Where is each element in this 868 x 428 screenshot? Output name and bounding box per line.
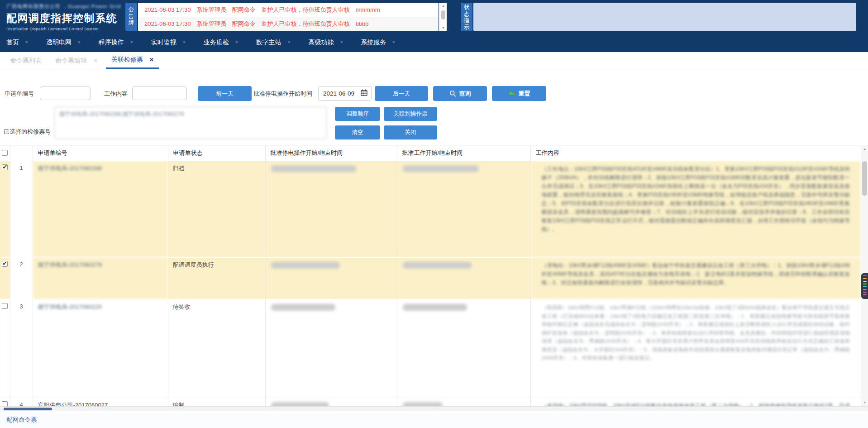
ticket-status: 待签收: [168, 299, 265, 398]
announcement-board-tab[interactable]: 公告牌: [125, 3, 137, 31]
approved-outage-start-label: 批准停电操作开始时间: [253, 90, 312, 98]
nav-item-digital-station[interactable]: 数字主站 ▼: [256, 38, 291, 47]
work-content-blurred: （变电站：10kV西乡塘F12线#06杆至#09杆）配合南宁市轨道交通建设迁改工…: [530, 257, 861, 299]
outage-time-blurred: [265, 299, 397, 398]
top-header: 广西电网有限责任公司 ，Guangxi Power Grid 配网调度指挥控制系…: [0, 0, 868, 33]
scroll-up-icon[interactable]: ▲: [861, 147, 868, 150]
app-title: 配网调度指挥控制系统: [6, 11, 121, 25]
chevron-down-icon: ▼: [391, 40, 396, 44]
ticket-status: 编制: [168, 398, 265, 406]
distribution-command-ticket-link[interactable]: 配网命令票: [6, 411, 37, 428]
scroll-down-icon[interactable]: ▼: [439, 26, 447, 29]
table-row[interactable]: 2 南宁供电局-2017060276 配调调度员执行 （变电站：10kV西乡塘F…: [0, 257, 861, 299]
table-row[interactable]: 4 宾阳供电公司-2017060027 编制 （多回路）10kV芦圩F05线、1…: [0, 398, 861, 406]
apply-no-input[interactable]: [40, 87, 91, 100]
status-indicator-panel: [473, 3, 856, 31]
brand-block: 广西电网有限责任公司 ，Guangxi Power Grid 配网调度指挥控制系…: [6, 3, 121, 31]
table-horizontal-scrollbar[interactable]: [0, 406, 868, 411]
nav-item-system-services[interactable]: 系统服务 ▼: [361, 38, 396, 47]
close-icon[interactable]: ✕: [149, 57, 154, 63]
row-checkbox[interactable]: [2, 401, 8, 407]
main-navbar: 首页 ▼ 透明电网 ▼ 程序操作 ▼ 实时监视 ▼ 业务质检 ▼ 数字主站 ▼: [0, 33, 868, 52]
chevron-down-icon: ▼: [286, 40, 291, 44]
date-value: 2021-06-09: [323, 90, 361, 97]
work-content-input[interactable]: [132, 87, 187, 100]
document-tabs: 命令票列表 命令票编辑 ✕ 关联检修票 ✕: [0, 52, 868, 69]
close-button[interactable]: 关闭: [384, 125, 437, 139]
maintenance-ticket-table: 申请单编号 申请单状态 批准停电操作开始/结束时间 批准工作开始/结束时间 工作…: [0, 145, 861, 406]
date-picker[interactable]: 2021-06-09: [318, 86, 372, 101]
row-number: 1: [10, 161, 33, 257]
chevron-down-icon: ▼: [339, 40, 343, 44]
selected-tickets-label: 已选择的检修票号: [4, 128, 51, 136]
row-checkbox[interactable]: [2, 261, 8, 267]
selected-tickets-textarea[interactable]: 南宁供电局-2017060288;南宁供电局-2017060276: [54, 106, 327, 139]
filter-panel: 申请单编号 工作内容 前一天 批准停电操作开始时间 2021-06-09: [0, 69, 868, 145]
work-content-blurred: （双回路）10kV明秀F12线、10kV秀厢F22线（220kV明秀站10kV出…: [530, 299, 861, 398]
announcement-item[interactable]: 2021-06-03 17:30 系统管理员 配网命令 监护人已审核，待值班负责…: [138, 3, 439, 17]
chevron-down-icon: ▼: [77, 40, 81, 44]
outage-time-blurred: [265, 398, 397, 406]
row-number: 3: [10, 299, 33, 398]
row-number: 2: [10, 257, 33, 299]
row-checkbox[interactable]: [2, 303, 8, 309]
work-content-blurred: （工作地点：10kV江西F03线F03支线#01杆至#46杆及沿线各配变台区）1…: [530, 161, 861, 257]
announcement-item[interactable]: 2021-06-03 17:30 系统管理员 配网命令 监护人已审核，待值班负责…: [138, 17, 439, 31]
nav-item-home[interactable]: 首页 ▼: [6, 38, 29, 47]
scrollbar-thumb[interactable]: [4, 408, 52, 410]
chevron-down-icon: ▼: [24, 40, 29, 44]
nav-item-quality-check[interactable]: 业务质检 ▼: [204, 38, 238, 47]
status-indicator-tab[interactable]: 状态指示: [461, 3, 472, 31]
outage-time-blurred: [265, 161, 397, 257]
bottom-taskbar: 配网命令票: [0, 411, 868, 428]
scrollbar-thumb[interactable]: [441, 10, 445, 19]
clear-button[interactable]: 清空: [335, 125, 380, 139]
ticket-status: 归档: [168, 161, 265, 257]
nav-item-transparent-grid[interactable]: 透明电网 ▼: [46, 38, 81, 47]
ticket-status: 配调调度员执行: [168, 257, 265, 299]
nav-item-realtime-monitor[interactable]: 实时监视 ▼: [151, 38, 186, 47]
select-all-checkbox[interactable]: [2, 150, 8, 156]
col-header-apply-status: 申请单状态: [168, 145, 265, 161]
ticket-number: 宾阳供电公司-2017060027: [33, 398, 168, 406]
work-time-blurred: [397, 161, 530, 257]
announcement-scrollbar[interactable]: ▲ ▼: [439, 3, 447, 31]
calendar-icon: [361, 89, 367, 98]
chevron-down-icon: ▼: [182, 40, 186, 44]
close-icon[interactable]: ✕: [93, 58, 98, 64]
outage-time-blurred: [265, 257, 397, 299]
scroll-down-icon[interactable]: ▼: [861, 401, 868, 404]
floating-toolbox-handle[interactable]: [861, 273, 868, 299]
prev-day-button[interactable]: 前一天: [198, 86, 252, 101]
col-header-work-time: 批准工作开始/结束时间: [397, 145, 530, 161]
search-icon: [449, 90, 456, 97]
announcement-panel: 2021-06-03 17:30 系统管理员 配网命令 监护人已审核，待值班负责…: [138, 3, 439, 31]
table-header-row: 申请单编号 申请单状态 批准停电操作开始/结束时间 批准工作开始/结束时间 工作…: [0, 145, 861, 161]
link-to-operation-ticket-button[interactable]: 关联到操作票: [384, 107, 437, 121]
tab-command-ticket-list[interactable]: 命令票列表: [5, 52, 47, 69]
query-button[interactable]: 查询: [433, 86, 487, 101]
ticket-number-blurred: 南宁供电局-2017060288: [33, 161, 168, 257]
next-day-button[interactable]: 后一天: [375, 86, 428, 101]
chevron-down-icon: ▼: [129, 40, 134, 44]
table-row[interactable]: 1 南宁供电局-2017060288 归档 （工作地点：10kV江西F03线F0…: [0, 161, 861, 257]
announcement-text: 2021-06-03 17:30 系统管理员 配网命令 监护人已审核，待值班负责…: [144, 6, 380, 13]
reset-arrow-icon: [508, 91, 515, 97]
scroll-up-icon[interactable]: ▲: [439, 4, 447, 7]
table-row[interactable]: 3 南宁供电局-2017060220 待签收 （双回路）10kV明秀F12线、1…: [0, 299, 861, 398]
app-window: 广西电网有限责任公司 ，Guangxi Power Grid 配网调度指挥控制系…: [0, 0, 868, 428]
reset-button[interactable]: 重置: [492, 86, 546, 101]
scrollbar-thumb[interactable]: [862, 161, 867, 196]
ticket-number-blurred: 南宁供电局-2017060276: [33, 257, 168, 299]
nav-item-advanced-functions[interactable]: 高级功能 ▼: [309, 38, 343, 47]
tab-related-maintenance-ticket[interactable]: 关联检修票 ✕: [106, 52, 159, 69]
work-time-blurred: [397, 257, 530, 299]
row-number-header: [10, 145, 33, 161]
work-content-blurred: （多回路）10kV芦圩F05线、10kV宾州F11线配合市政道路改造工程（第二次…: [530, 398, 861, 406]
row-checkbox[interactable]: [2, 164, 8, 170]
col-header-work-content: 工作内容: [530, 145, 861, 161]
tab-command-ticket-edit[interactable]: 命令票编辑 ✕: [50, 52, 103, 69]
adjust-order-button[interactable]: 调整顺序: [335, 107, 380, 121]
nav-item-program-operation[interactable]: 程序操作 ▼: [99, 38, 134, 47]
work-time-blurred: [397, 299, 530, 398]
